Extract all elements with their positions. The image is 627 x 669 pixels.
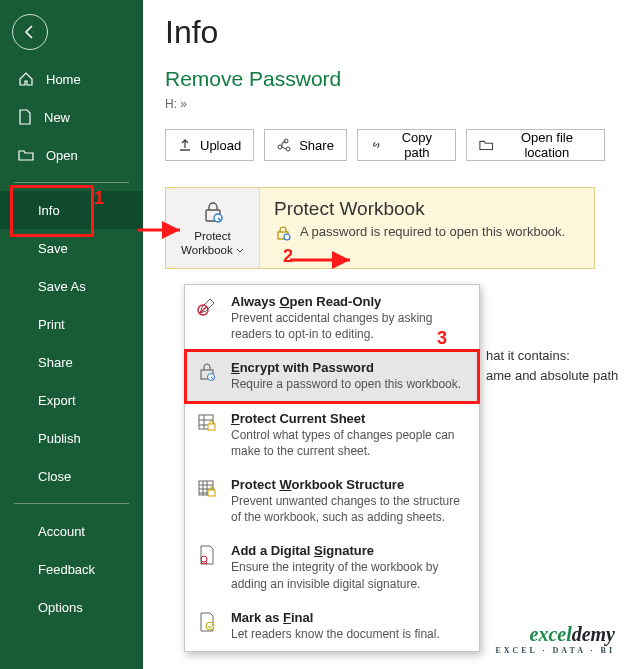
sidebar-item-options[interactable]: Options [0,588,143,626]
button-label: Open file location [502,130,592,160]
backstage-sidebar: Home New Open Info Save Save As Print Sh… [0,0,143,669]
menu-title: Mark as Final [231,610,469,625]
sidebar-item-export[interactable]: Export [0,381,143,419]
sheet-lock-icon [196,412,218,434]
sidebar-label: Close [38,469,71,484]
sidebar-item-share[interactable]: Share [0,343,143,381]
page-title: Info [165,14,605,51]
sidebar-item-save-as[interactable]: Save As [0,267,143,305]
chevron-down-icon [236,248,244,254]
menu-desc: Control what types of changes people can… [231,427,469,459]
file-final-icon [196,611,218,633]
sidebar-item-new[interactable]: New [0,98,143,136]
menu-desc: Prevent accidental changes by asking rea… [231,310,469,342]
menu-item-protect-current-sheet[interactable]: Protect Current SheetControl what types … [185,402,479,468]
sidebar-label: Feedback [38,562,95,577]
sidebar-separator [14,503,129,504]
menu-desc: Prevent unwanted changes to the structur… [231,493,469,525]
protect-workbook-menu: Always Open Read-OnlyPrevent accidental … [184,284,480,652]
menu-item-add-digital-signature[interactable]: Add a Digital SignatureEnsure the integr… [185,534,479,600]
svg-point-12 [206,622,214,630]
sidebar-label: Account [38,524,85,539]
sidebar-label: Print [38,317,65,332]
protect-workbook-card: Protect Workbook Protect Workbook A pass… [165,187,595,269]
protect-workbook-button[interactable]: Protect Workbook [166,188,260,268]
sidebar-label: Options [38,600,83,615]
file-icon [18,109,32,125]
watermark: exceldemy EXCEL · DATA · BI [495,623,615,655]
open-file-location-button[interactable]: Open file location [466,129,605,161]
card-description: A password is required to open this work… [300,224,565,242]
sidebar-item-info[interactable]: Info [0,191,143,229]
button-label: Share [299,138,334,153]
sidebar-label: Save [38,241,68,256]
menu-desc: Ensure the integrity of the workbook by … [231,559,469,591]
sidebar-separator [14,182,129,183]
menu-item-always-open-read-only[interactable]: Always Open Read-OnlyPrevent accidental … [185,285,479,351]
svg-point-3 [284,234,290,240]
upload-button[interactable]: Upload [165,129,254,161]
lock-key-icon [196,361,218,383]
sidebar-label: New [44,110,70,125]
menu-desc: Let readers know the document is final. [231,626,469,642]
lock-key-icon [199,198,227,226]
copy-path-button[interactable]: Copy path [357,129,457,161]
menu-title: Always Open Read-Only [231,294,469,309]
svg-rect-10 [208,490,215,496]
menu-title: Add a Digital Signature [231,543,469,558]
menu-item-protect-workbook-structure[interactable]: Protect Workbook StructurePrevent unwant… [185,468,479,534]
card-body: Protect Workbook A password is required … [260,188,594,268]
menu-title: Protect Current Sheet [231,411,469,426]
sidebar-item-close[interactable]: Close [0,457,143,495]
folder-open-icon [18,148,34,162]
info-toolbar: Upload Share Copy path Open file locatio… [165,129,605,161]
sidebar-label: Share [38,355,73,370]
menu-title: Encrypt with Password [231,360,469,375]
share-icon [277,138,291,152]
sidebar-label: Open [46,148,78,163]
svg-rect-8 [208,424,215,430]
sidebar-label: Home [46,72,81,87]
menu-item-encrypt-with-password[interactable]: Encrypt with PasswordRequire a password … [185,351,479,401]
upload-icon [178,138,192,152]
sidebar-item-save[interactable]: Save [0,229,143,267]
menu-desc: Require a password to open this workbook… [231,376,469,392]
sidebar-item-feedback[interactable]: Feedback [0,550,143,588]
sidebar-label: Publish [38,431,81,446]
document-path: H: » [165,97,605,111]
sidebar-label: Export [38,393,76,408]
sidebar-item-print[interactable]: Print [0,305,143,343]
menu-item-mark-as-final[interactable]: Mark as FinalLet readers know the docume… [185,601,479,651]
lock-key-icon [274,224,292,242]
share-button[interactable]: Share [264,129,347,161]
document-title: Remove Password [165,67,605,91]
sidebar-item-open[interactable]: Open [0,136,143,174]
sidebar-item-account[interactable]: Account [0,512,143,550]
folder-icon [479,139,493,151]
arrow-left-icon [22,24,38,40]
button-label: Protect Workbook [170,230,255,258]
sidebar-label: Info [38,203,60,218]
sidebar-item-publish[interactable]: Publish [0,419,143,457]
pencil-no-icon [196,295,218,317]
button-label: Upload [200,138,241,153]
inspect-workbook-text: hat it contains: ame and absolute path [486,346,618,385]
sidebar-item-home[interactable]: Home [0,60,143,98]
link-icon [370,138,383,152]
button-label: Copy path [390,130,443,160]
sidebar-label: Save As [38,279,86,294]
menu-title: Protect Workbook Structure [231,477,469,492]
card-heading: Protect Workbook [274,198,580,220]
back-button[interactable] [12,14,48,50]
home-icon [18,71,34,87]
file-ribbon-icon [196,544,218,566]
workbook-lock-icon [196,478,218,500]
